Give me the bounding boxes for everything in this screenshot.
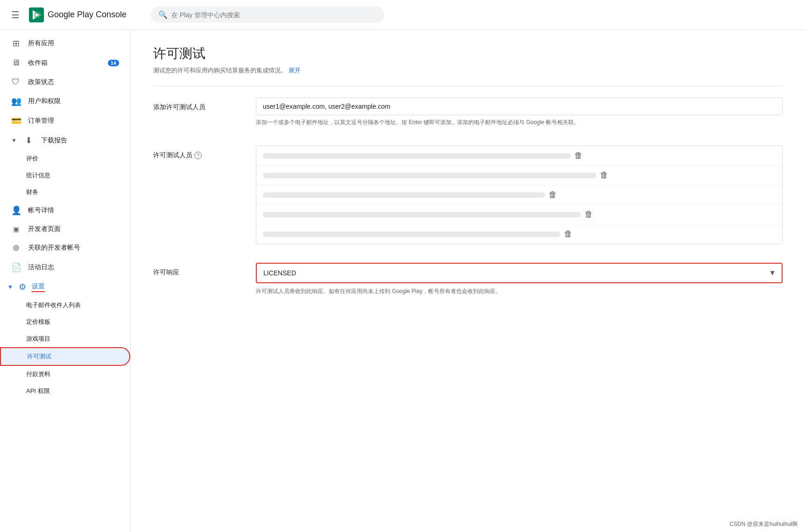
sidebar-subitem-license-test[interactable]: 许可测试 [0, 347, 130, 366]
sidebar-label-all-apps: 所有应用 [28, 39, 54, 48]
sidebar-item-activity-log[interactable]: 📄 活动日志 [0, 258, 130, 277]
linked-accounts-icon: ⊛ [11, 243, 21, 253]
sidebar-label-account: 帐号详情 [28, 206, 54, 215]
table-row: 🗑 [256, 205, 782, 224]
tester-email-blur [263, 231, 560, 237]
add-testers-input[interactable] [256, 98, 783, 115]
tester-email-blur [263, 192, 545, 198]
response-content: LICENSED NOT_LICENSED LICENSED_OLD_KEY ▼… [256, 263, 783, 296]
page-subtitle: 测试您的许可和应用内购买结算服务的集成情况。 展开 [153, 66, 783, 75]
sidebar-item-download[interactable]: ▼ ⬇ 下载报告 [0, 131, 130, 150]
sidebar: ⊞ 所有应用 🖥 收件箱 14 🛡 政策状态 👥 用户和权限 💳 订单管理 ▼ … [0, 30, 131, 532]
sidebar-item-settings[interactable]: ▼ ⚙ 设置 [0, 277, 130, 297]
add-testers-hint: 添加一个或多个电子邮件地址，以英文逗号分隔各个地址。按 Enter 键即可添加。… [256, 118, 783, 127]
sidebar-item-account[interactable]: 👤 帐号详情 [0, 201, 130, 220]
reviews-label: 评价 [26, 154, 38, 163]
delete-tester-5-icon[interactable]: 🗑 [564, 229, 572, 239]
sidebar-subitem-finance[interactable]: 财务 [0, 184, 130, 201]
settings-chevron-icon: ▼ [7, 284, 13, 290]
add-testers-content: 添加一个或多个电子邮件地址，以英文逗号分隔各个地址。按 Enter 键即可添加。… [256, 98, 783, 127]
section-divider [153, 86, 783, 86]
email-list-label: 电子邮件收件人列表 [26, 301, 81, 309]
footer-credit: CSDN @原来是huihuihui啊 [729, 520, 798, 528]
table-row: 🗑 [256, 146, 782, 166]
response-select[interactable]: LICENSED NOT_LICENSED LICENSED_OLD_KEY [257, 264, 782, 282]
sidebar-subitem-payment[interactable]: 付款资料 [0, 366, 130, 383]
sidebar-label-users: 用户和权限 [28, 97, 61, 105]
delete-tester-1-icon[interactable]: 🗑 [574, 151, 583, 161]
response-label: 许可响应 [153, 263, 237, 277]
testers-info-icon[interactable]: ? [194, 152, 202, 159]
inbox-badge: 14 [108, 60, 119, 66]
response-select-wrapper: LICENSED NOT_LICENSED LICENSED_OLD_KEY ▼ [256, 263, 783, 283]
testers-label: 许可测试人员 ? [153, 146, 237, 160]
policy-icon: 🛡 [11, 77, 21, 87]
expand-link[interactable]: 展开 [289, 67, 301, 74]
sidebar-item-policy[interactable]: 🛡 政策状态 [0, 72, 130, 91]
play-console-logo [29, 7, 44, 22]
stats-label: 统计信息 [26, 171, 50, 180]
games-label: 游戏项目 [26, 335, 50, 343]
inbox-icon: 🖥 [11, 58, 21, 68]
response-hint: 许可测试人员将收到此响应。如有任何应用尚未上传到 Google Play，帐号所… [256, 287, 783, 296]
tester-email-blur [263, 153, 571, 159]
header-logo: Google Play Console [29, 7, 127, 22]
table-row: 🗑 [256, 166, 782, 185]
sidebar-label-download: 下载报告 [41, 136, 67, 145]
delete-tester-3-icon[interactable]: 🗑 [549, 190, 557, 200]
download-chevron-icon: ▼ [11, 137, 17, 144]
sidebar-label-inbox: 收件箱 [28, 59, 48, 67]
sidebar-subitem-games[interactable]: 游戏项目 [0, 330, 130, 347]
account-icon: 👤 [11, 205, 21, 216]
header-title: Google Play Console [48, 10, 127, 20]
sidebar-label-developer-page: 开发者页面 [28, 225, 61, 233]
sidebar-label-activity-log: 活动日志 [28, 263, 54, 272]
main-content: 许可测试 测试您的许可和应用内购买结算服务的集成情况。 展开 添加许可测试人员 … [131, 30, 805, 532]
orders-icon: 💳 [11, 116, 21, 126]
sidebar-subitem-stats[interactable]: 统计信息 [0, 167, 130, 184]
sidebar-label-policy: 政策状态 [28, 78, 54, 86]
sidebar-item-all-apps[interactable]: ⊞ 所有应用 [0, 34, 130, 53]
table-row: 🗑 [256, 185, 782, 205]
all-apps-icon: ⊞ [11, 38, 21, 49]
sidebar-subitem-email-list[interactable]: 电子邮件收件人列表 [0, 297, 130, 314]
menu-icon[interactable]: ☰ [7, 6, 23, 24]
api-label: API 权限 [26, 387, 50, 395]
layout: ⊞ 所有应用 🖥 收件箱 14 🛡 政策状态 👥 用户和权限 💳 订单管理 ▼ … [0, 30, 805, 532]
developer-page-icon: ▣ [11, 225, 21, 233]
license-response-section: 许可响应 LICENSED NOT_LICENSED LICENSED_OLD_… [153, 263, 783, 296]
sidebar-item-inbox[interactable]: 🖥 收件箱 14 [0, 53, 130, 72]
sidebar-subitem-api[interactable]: API 权限 [0, 383, 130, 399]
activity-log-icon: 📄 [11, 262, 21, 273]
sidebar-item-users[interactable]: 👥 用户和权限 [0, 91, 130, 111]
settings-icon: ⚙ [19, 282, 26, 292]
license-test-label: 许可测试 [27, 352, 51, 361]
sidebar-subitem-pricing[interactable]: 定价模板 [0, 314, 130, 330]
sidebar-label-orders: 订单管理 [28, 117, 54, 125]
search-bar[interactable]: 🔍 [151, 7, 384, 23]
sidebar-item-linked-accounts[interactable]: ⊛ 关联的开发者帐号 [0, 238, 130, 258]
users-icon: 👥 [11, 96, 21, 106]
pricing-label: 定价模板 [26, 318, 50, 326]
sidebar-subitem-reviews[interactable]: 评价 [0, 150, 130, 167]
testers-list: 🗑 🗑 🗑 🗑 [256, 146, 783, 244]
sidebar-label-settings: 设置 [32, 282, 45, 292]
table-row: 🗑 [256, 224, 782, 244]
payment-label: 付款资料 [26, 370, 50, 378]
page-title: 许可测试 [153, 45, 783, 63]
testers-list-content: 🗑 🗑 🗑 🗑 [256, 146, 783, 244]
search-input[interactable] [171, 11, 377, 19]
sidebar-item-orders[interactable]: 💳 订单管理 [0, 111, 130, 131]
delete-tester-2-icon[interactable]: 🗑 [600, 170, 608, 180]
add-testers-label: 添加许可测试人员 [153, 98, 237, 112]
delete-tester-4-icon[interactable]: 🗑 [585, 210, 593, 219]
download-icon: ⬇ [24, 135, 34, 146]
sidebar-item-developer-page[interactable]: ▣ 开发者页面 [0, 220, 130, 238]
tester-email-blur [263, 212, 581, 217]
sidebar-label-linked-accounts: 关联的开发者帐号 [28, 244, 80, 252]
add-testers-section: 添加许可测试人员 添加一个或多个电子邮件地址，以英文逗号分隔各个地址。按 Ent… [153, 98, 783, 127]
tester-email-blur [263, 173, 596, 178]
testers-list-section: 许可测试人员 ? 🗑 🗑 🗑 [153, 146, 783, 244]
header: ☰ Google Play Console 🔍 [0, 0, 805, 30]
search-icon: 🔍 [158, 10, 168, 19]
